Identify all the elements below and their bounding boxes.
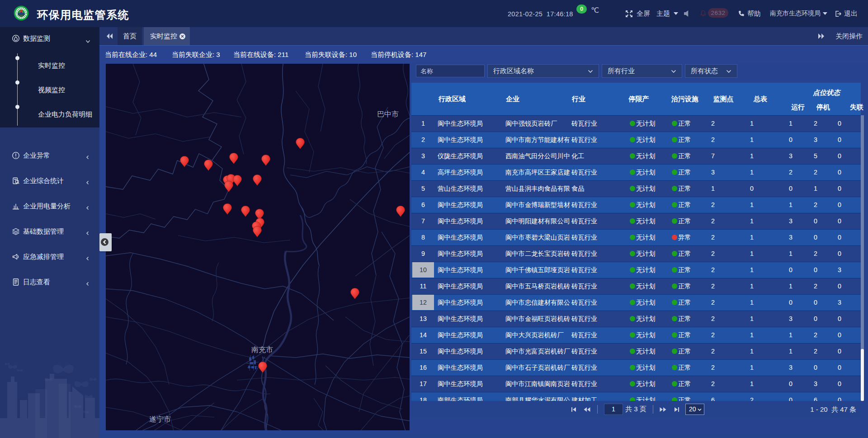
svg-text:遂宁市: 遂宁市 [149, 415, 171, 423]
svg-text:南充市: 南充市 [251, 346, 273, 353]
svg-text:巴中市: 巴中市 [377, 110, 399, 118]
